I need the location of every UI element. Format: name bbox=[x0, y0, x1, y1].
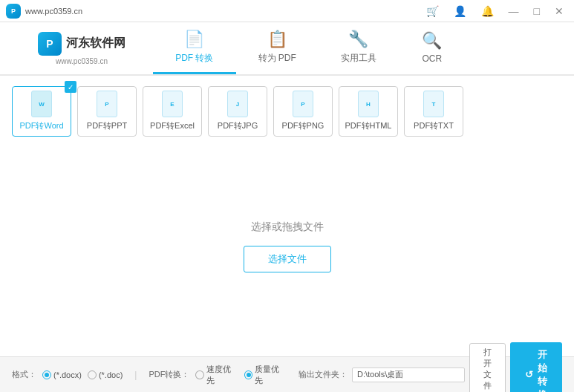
format-doc-label: (*.doc) bbox=[99, 370, 123, 379]
conv-tab-ppt[interactable]: P PDF转PPT bbox=[77, 86, 137, 137]
app-icon: P bbox=[38, 32, 62, 56]
format-doc-radio-circle bbox=[88, 370, 97, 379]
conv-tab-png[interactable]: P PDF转PNG bbox=[273, 86, 333, 137]
conv-tab-word-label: PDF转Word bbox=[19, 120, 63, 131]
tab-ocr-label: OCR bbox=[423, 53, 443, 64]
format-docx-radio[interactable]: (*.docx) bbox=[42, 370, 82, 379]
logo-area: P 河东软件网 www.pc0359.cn bbox=[15, 32, 149, 65]
conv-tab-txt-label: PDF转TXT bbox=[414, 120, 454, 131]
conv-tab-excel-icon: E bbox=[162, 91, 183, 117]
tab-tools-icon: 🔧 bbox=[348, 30, 368, 49]
maximize-button[interactable]: □ bbox=[529, 4, 544, 19]
title-bar-left: P www.pc0359.cn bbox=[6, 4, 82, 19]
conv-tab-txt[interactable]: T PDF转TXT bbox=[404, 86, 463, 137]
quality-radio[interactable]: 质量优先 bbox=[244, 364, 287, 386]
tab-ocr-icon: 🔍 bbox=[422, 31, 442, 50]
format-docx-radio-dot bbox=[45, 373, 49, 377]
tab-tools-label: 实用工具 bbox=[341, 52, 376, 65]
start-convert-label: 开始转换 bbox=[538, 348, 547, 393]
close-button[interactable]: ✕ bbox=[550, 4, 568, 19]
format-docx-radio-circle bbox=[42, 370, 51, 379]
pdf-convert-label: PDF转换： bbox=[149, 369, 189, 380]
drop-text: 选择或拖拽文件 bbox=[251, 220, 324, 234]
pdf-convert-section: PDF转换： 速度优先 质量优先 bbox=[149, 364, 287, 386]
conv-tab-excel-label: PDF转Excel bbox=[150, 120, 195, 131]
conv-tab-jpg-icon: J bbox=[227, 91, 248, 117]
refresh-icon: ↺ bbox=[525, 369, 533, 380]
drop-area: 选择或拖拽文件 选择文件 bbox=[0, 137, 574, 356]
title-bar: P www.pc0359.cn 🛒 👤 🔔 — □ ✕ bbox=[0, 0, 574, 22]
tab-to-pdf[interactable]: 📋 转为 PDF bbox=[236, 22, 319, 74]
site-url: www.pc0359.cn bbox=[25, 7, 82, 16]
logo-url: www.pc0359.cn bbox=[56, 57, 108, 65]
format-section: 格式： (*.docx) (*.doc) bbox=[12, 369, 123, 380]
format-label: 格式： bbox=[12, 369, 36, 380]
title-bar-right: 🛒 👤 🔔 — □ ✕ bbox=[422, 4, 568, 19]
quality-radio-dot bbox=[247, 373, 251, 377]
conv-tab-word[interactable]: ✓ W PDF转Word bbox=[12, 86, 71, 137]
quality-radio-circle bbox=[244, 370, 253, 379]
app-title: 河东软件网 bbox=[66, 36, 125, 51]
conv-tab-excel[interactable]: E PDF转Excel bbox=[143, 86, 202, 137]
speed-label: 速度优先 bbox=[206, 364, 238, 386]
output-path-section: 输出文件夹： 打开文件夹 ↺ 开始转换 bbox=[299, 342, 562, 393]
conv-tab-png-icon: P bbox=[293, 91, 313, 117]
choose-file-button[interactable]: 选择文件 bbox=[244, 246, 331, 272]
output-label: 输出文件夹： bbox=[299, 369, 348, 380]
quality-label: 质量优先 bbox=[255, 364, 287, 386]
conv-tab-html[interactable]: H PDF转HTML bbox=[339, 86, 398, 137]
conv-tab-jpg-label: PDF转JPG bbox=[218, 120, 258, 131]
user-icon[interactable]: 👤 bbox=[449, 4, 471, 19]
conv-tab-ppt-label: PDF转PPT bbox=[87, 120, 127, 131]
app-logo-icon: P bbox=[6, 4, 21, 19]
conv-tabs: ✓ W PDF转Word P PDF转PPT E PDF转Excel J PDF… bbox=[0, 76, 574, 137]
bell-icon[interactable]: 🔔 bbox=[477, 4, 498, 19]
speed-radio[interactable]: 速度优先 bbox=[195, 364, 238, 386]
checkmark-icon: ✓ bbox=[65, 81, 76, 93]
tab-ocr[interactable]: 🔍 OCR bbox=[399, 22, 466, 74]
nav-bar: P 河东软件网 www.pc0359.cn 📄 PDF 转换 📋 转为 PDF … bbox=[0, 22, 574, 76]
format-docx-label: (*.docx) bbox=[53, 370, 82, 379]
output-path-input[interactable] bbox=[352, 368, 465, 382]
conv-tab-word-icon: W bbox=[31, 91, 52, 117]
tab-pdf-convert[interactable]: 📄 PDF 转换 bbox=[153, 22, 235, 74]
tab-to-pdf-label: 转为 PDF bbox=[258, 52, 296, 65]
start-convert-button[interactable]: ↺ 开始转换 bbox=[510, 342, 562, 393]
main-content: ✓ W PDF转Word P PDF转PPT E PDF转Excel J PDF… bbox=[0, 76, 574, 356]
conv-tab-txt-icon: T bbox=[423, 91, 444, 117]
cart-icon[interactable]: 🛒 bbox=[422, 4, 443, 19]
tab-pdf-convert-label: PDF 转换 bbox=[175, 52, 213, 65]
tab-to-pdf-icon: 📋 bbox=[267, 30, 287, 49]
open-folder-button[interactable]: 打开文件夹 bbox=[469, 343, 506, 392]
minimize-button[interactable]: — bbox=[504, 4, 524, 19]
tab-pdf-convert-icon: 📄 bbox=[184, 30, 204, 49]
conv-tab-ppt-icon: P bbox=[97, 91, 117, 117]
logo-main: P 河东软件网 bbox=[38, 32, 125, 56]
speed-radio-circle bbox=[195, 370, 204, 379]
tab-tools[interactable]: 🔧 实用工具 bbox=[319, 22, 399, 74]
conv-tab-html-icon: H bbox=[358, 91, 379, 117]
nav-tabs: 📄 PDF 转换 📋 转为 PDF 🔧 实用工具 🔍 OCR bbox=[149, 22, 470, 74]
bottom-bar: 格式： (*.docx) (*.doc) | PDF转换： 速度优先 质量优先 … bbox=[0, 356, 574, 392]
conv-tab-png-label: PDF转PNG bbox=[282, 120, 324, 131]
conv-tab-jpg[interactable]: J PDF转JPG bbox=[208, 86, 267, 137]
divider-1: | bbox=[134, 370, 137, 380]
conv-tab-html-label: PDF转HTML bbox=[345, 120, 392, 131]
format-doc-radio[interactable]: (*.doc) bbox=[88, 370, 123, 379]
